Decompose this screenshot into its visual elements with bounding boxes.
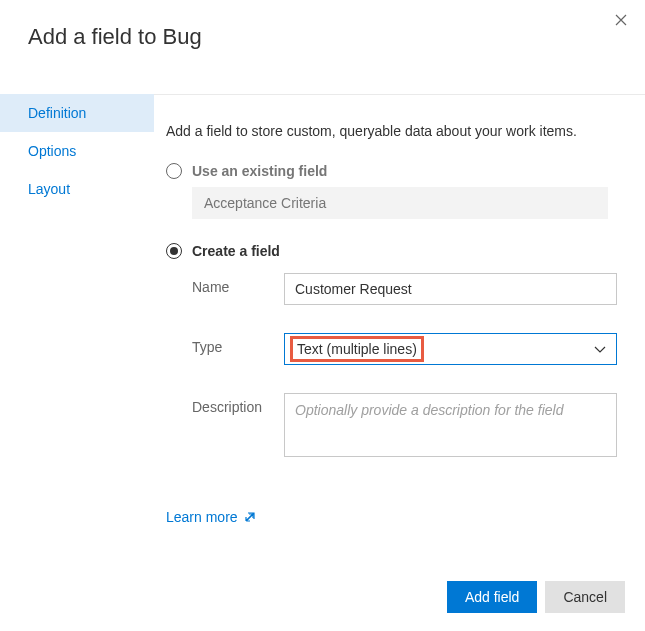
radio-group-create: Create a field Name Type Text (multiple … (166, 243, 617, 457)
type-select[interactable]: Text (multiple lines) (284, 333, 617, 365)
type-label: Type (192, 333, 284, 355)
radio-existing-label: Use an existing field (192, 163, 327, 179)
radio-create[interactable] (166, 243, 182, 259)
description-label: Description (192, 393, 284, 415)
sidebar-item-label: Definition (28, 105, 86, 121)
sidebar: Definition Options Layout (0, 66, 154, 557)
radio-row-existing[interactable]: Use an existing field (166, 163, 617, 179)
sidebar-item-label: Options (28, 143, 76, 159)
sidebar-item-options[interactable]: Options (0, 132, 154, 170)
chevron-down-icon (594, 341, 606, 357)
add-field-button[interactable]: Add field (447, 581, 537, 613)
create-form: Name Type Text (multiple lines) (192, 273, 617, 457)
dialog-title: Add a field to Bug (28, 24, 617, 50)
close-button[interactable] (611, 10, 631, 30)
learn-more-link[interactable]: Learn more (166, 509, 255, 525)
dialog-footer: Add field Cancel (447, 581, 625, 613)
name-label: Name (192, 273, 284, 295)
sidebar-item-label: Layout (28, 181, 70, 197)
form-row-description: Description (192, 393, 617, 457)
radio-group-existing: Use an existing field Acceptance Criteri… (166, 163, 617, 219)
radio-row-create[interactable]: Create a field (166, 243, 617, 259)
radio-create-label: Create a field (192, 243, 280, 259)
radio-existing[interactable] (166, 163, 182, 179)
dialog: Add a field to Bug Definition Options La… (0, 0, 645, 631)
description-textarea[interactable] (284, 393, 617, 457)
cancel-button[interactable]: Cancel (545, 581, 625, 613)
close-icon (615, 14, 627, 26)
form-row-name: Name (192, 273, 617, 305)
external-link-icon (244, 512, 255, 523)
content-panel: Add a field to store custom, queryable d… (154, 94, 645, 557)
content-intro: Add a field to store custom, queryable d… (166, 123, 617, 139)
dialog-header: Add a field to Bug (0, 0, 645, 66)
existing-field-display: Acceptance Criteria (192, 187, 608, 219)
learn-more-label: Learn more (166, 509, 238, 525)
sidebar-item-layout[interactable]: Layout (0, 170, 154, 208)
name-input[interactable] (284, 273, 617, 305)
sidebar-item-definition[interactable]: Definition (0, 94, 154, 132)
form-row-type: Type Text (multiple lines) (192, 333, 617, 365)
dialog-body: Definition Options Layout Add a field to… (0, 66, 645, 557)
type-value: Text (multiple lines) (290, 336, 424, 362)
